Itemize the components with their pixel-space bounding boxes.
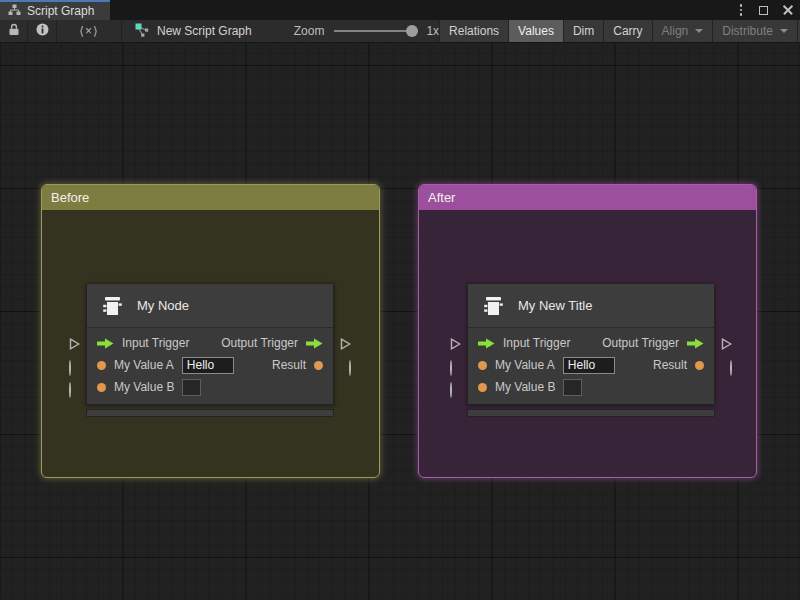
port-label: Result: [272, 358, 306, 372]
external-data-port-left[interactable]: [69, 361, 71, 375]
menu-kebab-icon[interactable]: [738, 2, 745, 18]
hollow-circle-icon: [69, 360, 71, 376]
hollow-circle-icon: [69, 382, 71, 398]
node-body: Input TriggerOutput Trigger My Value ARe…: [87, 328, 333, 404]
distribute-dropdown[interactable]: Distribute: [712, 20, 797, 42]
group-title: After: [428, 190, 455, 205]
green-arrow-icon: [306, 338, 323, 349]
tab-script-graph[interactable]: Script Graph: [0, 0, 110, 20]
port-label: My Value B: [495, 380, 555, 394]
port-value-input[interactable]: [563, 357, 615, 374]
port-row: Input TriggerOutput Trigger: [87, 332, 333, 354]
port-value-input[interactable]: [563, 379, 582, 396]
hollow-triangle-icon: [69, 338, 80, 350]
unit-node-icon: [100, 293, 126, 319]
node-main[interactable]: My Node Input TriggerOutput Trigger My V…: [86, 283, 334, 405]
port-row: My Value B: [468, 376, 714, 398]
chevron-down-icon: [695, 29, 703, 33]
port-value-input[interactable]: [182, 357, 234, 374]
graph-reference[interactable]: New Script Graph: [135, 20, 252, 42]
node-main[interactable]: My New Title Input TriggerOutput Trigger…: [467, 283, 715, 405]
tab-bar: Script Graph: [0, 0, 800, 20]
orange-dot-icon: [314, 361, 323, 370]
port-label: My Value A: [114, 358, 174, 372]
external-data-port-right[interactable]: [349, 361, 351, 375]
input-port[interactable]: My Value B: [478, 379, 582, 396]
port-row: My Value AResult: [468, 354, 714, 376]
carry-button[interactable]: Carry: [603, 20, 651, 42]
output-port[interactable]: Result: [272, 358, 323, 372]
toolbar-separator: [121, 20, 122, 42]
hollow-circle-icon: [730, 360, 732, 376]
toolbar-toggle-group: Relations Values Dim Carry Align Distrib…: [439, 20, 800, 42]
graph-toolbar: ⟨×⟩ New Script Graph Zoom 1x Relations: [0, 20, 800, 43]
zoom-label: Zoom: [294, 24, 325, 38]
output-port[interactable]: Output Trigger: [221, 336, 323, 350]
group-after-header[interactable]: After: [419, 185, 756, 210]
unit-node-icon: [481, 293, 507, 319]
port-label: Input Trigger: [503, 336, 570, 350]
hollow-triangle-icon: [721, 338, 732, 350]
green-arrow-icon: [97, 338, 114, 349]
align-dropdown[interactable]: Align: [652, 20, 713, 42]
lock-button[interactable]: [0, 20, 27, 42]
port-row: My Value AResult: [87, 354, 333, 376]
output-port[interactable]: Output Trigger: [602, 336, 704, 350]
graph-canvas[interactable]: Before After My Node Input TriggerOutput…: [0, 43, 800, 600]
maximize-icon[interactable]: [759, 6, 768, 15]
port-value-input[interactable]: [182, 379, 201, 396]
tab-title: Script Graph: [27, 4, 94, 18]
external-data-port-right[interactable]: [730, 361, 732, 375]
code-brackets-icon: ⟨×⟩: [79, 24, 98, 38]
external-flow-port-left[interactable]: [450, 338, 461, 353]
lock-icon: [8, 23, 20, 39]
green-arrow-icon: [478, 338, 495, 349]
script-graph-window: Script Graph: [0, 0, 800, 600]
node-header[interactable]: My Node: [87, 284, 333, 328]
input-port[interactable]: My Value A: [478, 357, 615, 374]
external-data-port-left[interactable]: [450, 383, 452, 397]
group-before-header[interactable]: Before: [42, 185, 379, 210]
port-label: Output Trigger: [602, 336, 679, 350]
orange-dot-icon: [478, 361, 487, 370]
node-footer[interactable]: [86, 409, 334, 417]
node-my-node[interactable]: My Node Input TriggerOutput Trigger My V…: [86, 283, 334, 417]
orange-dot-icon: [97, 383, 106, 392]
external-flow-port-right[interactable]: [721, 338, 732, 353]
node-my-new-title[interactable]: My New Title Input TriggerOutput Trigger…: [467, 283, 715, 417]
green-arrow-icon: [687, 338, 704, 349]
orange-dot-icon: [478, 383, 487, 392]
port-row: My Value B: [87, 376, 333, 398]
orange-dot-icon: [97, 361, 106, 370]
hollow-triangle-icon: [450, 338, 461, 350]
input-port[interactable]: Input Trigger: [478, 336, 570, 350]
info-button[interactable]: [28, 20, 56, 42]
hollow-triangle-icon: [340, 338, 351, 350]
relations-button[interactable]: Relations: [439, 20, 508, 42]
external-data-port-left[interactable]: [69, 383, 71, 397]
external-data-port-left[interactable]: [450, 361, 452, 375]
input-port[interactable]: My Value B: [97, 379, 201, 396]
input-port[interactable]: Input Trigger: [97, 336, 189, 350]
external-flow-port-right[interactable]: [340, 338, 351, 353]
node-footer[interactable]: [467, 409, 715, 417]
output-port[interactable]: Result: [653, 358, 704, 372]
zoom-slider[interactable]: [334, 20, 418, 42]
external-flow-port-left[interactable]: [69, 338, 80, 353]
port-row: Input TriggerOutput Trigger: [468, 332, 714, 354]
port-label: My Value A: [495, 358, 555, 372]
graph-name: New Script Graph: [157, 24, 252, 38]
node-header[interactable]: My New Title: [468, 284, 714, 328]
values-button[interactable]: Values: [508, 20, 563, 42]
node-title: My New Title: [518, 298, 592, 313]
close-icon[interactable]: [783, 5, 793, 15]
port-label: Result: [653, 358, 687, 372]
input-port[interactable]: My Value A: [97, 357, 234, 374]
port-label: Input Trigger: [122, 336, 189, 350]
chevron-down-icon: [780, 29, 788, 33]
hollow-circle-icon: [450, 360, 452, 376]
port-label: My Value B: [114, 380, 174, 394]
zoom-slider-handle[interactable]: [406, 25, 418, 37]
code-view-button[interactable]: ⟨×⟩: [57, 20, 121, 42]
dim-button[interactable]: Dim: [563, 20, 603, 42]
